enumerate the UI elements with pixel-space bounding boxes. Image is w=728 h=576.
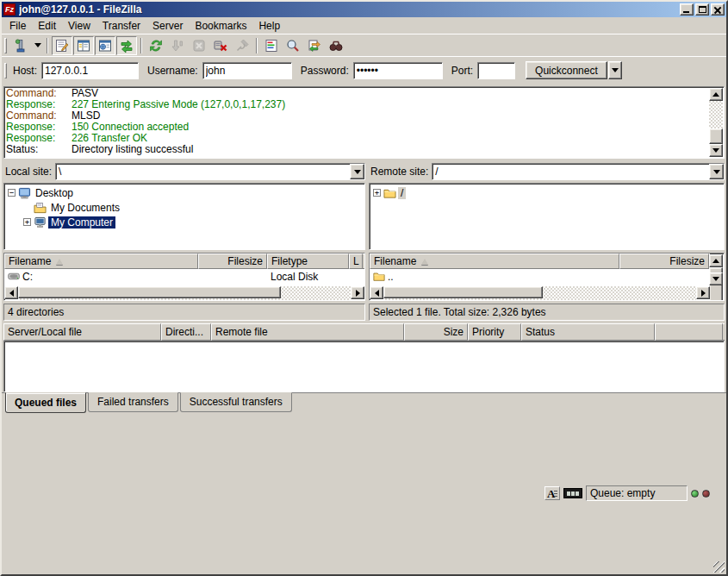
header-filler (363, 254, 364, 269)
remote-list-hscrollbar[interactable] (370, 286, 710, 300)
site-manager-dropdown[interactable] (32, 36, 43, 55)
scroll-down-icon[interactable] (709, 272, 723, 285)
tree-item-my-computer[interactable]: +My Computer (4, 215, 364, 229)
scroll-thumb[interactable] (383, 286, 543, 298)
quickconnect-grip[interactable] (4, 63, 7, 78)
column-label: Server/Local file (8, 326, 82, 338)
log-text: Directory listing successful (72, 144, 193, 155)
menu-view[interactable]: View (62, 18, 96, 34)
scroll-down-icon[interactable] (709, 144, 723, 157)
column-label: Filesize (227, 255, 263, 267)
toggle-remote-tree-icon (97, 38, 113, 53)
menu-help[interactable]: Help (252, 18, 286, 34)
minimize-button[interactable] (680, 3, 694, 16)
quickconnect-dropdown[interactable] (608, 61, 622, 79)
file-row-c[interactable]: C:Local Disk (4, 269, 364, 284)
menu-transfer[interactable]: Transfer (96, 18, 146, 34)
tree-expander-plus-icon[interactable]: + (373, 189, 381, 197)
queue-column-status[interactable]: Status (521, 323, 655, 341)
scroll-thumb[interactable] (709, 128, 723, 144)
toggle-remote-tree-button[interactable] (95, 36, 115, 55)
remote-list-vscrollbar[interactable] (709, 254, 723, 285)
column-header-filename[interactable]: Filename (4, 254, 198, 269)
scroll-up-icon[interactable] (709, 88, 723, 101)
menu-bookmarks[interactable]: Bookmarks (189, 18, 252, 34)
synchronized-browsing-button[interactable] (304, 36, 325, 55)
filename-text: C: (22, 271, 33, 283)
process-queue-button[interactable] (167, 36, 188, 55)
reconnect-button[interactable] (232, 36, 252, 55)
remote-combo-dropdown[interactable] (709, 164, 724, 179)
tab-queued-files[interactable]: Queued files (5, 392, 86, 413)
maximize-icon (699, 6, 706, 13)
column-header-filesize[interactable]: Filesize (198, 254, 267, 269)
scroll-thumb[interactable] (18, 286, 281, 298)
file-row-item[interactable]: .. (370, 269, 710, 284)
queue-column-item[interactable] (655, 323, 723, 341)
menu-file[interactable]: File (3, 18, 32, 34)
queue-column-server-local-file[interactable]: Server/Local file (3, 323, 161, 341)
message-log-scrollbar[interactable] (709, 88, 723, 157)
scroll-left-icon[interactable] (370, 286, 383, 299)
find-files-button[interactable] (326, 36, 346, 55)
activity-led-green-icon (691, 490, 699, 498)
queue-column-size[interactable]: Size (404, 323, 468, 341)
column-header-filename[interactable]: Filename (370, 254, 619, 269)
tree-item-item[interactable]: +/ (370, 185, 724, 200)
local-site-combobox[interactable]: \ (55, 163, 365, 180)
column-header-filetype[interactable]: Filetype (267, 254, 349, 269)
site-manager-button[interactable] (10, 36, 31, 55)
filename-cell: .. (370, 271, 619, 283)
local-list-hscrollbar[interactable] (4, 286, 364, 300)
menu-edit[interactable]: Edit (32, 18, 62, 34)
queue-column-directi[interactable]: Directi... (161, 323, 211, 341)
compare-directories-button[interactable] (283, 36, 303, 55)
tree-expander-minus-icon[interactable]: − (8, 189, 16, 197)
close-button[interactable] (711, 3, 725, 16)
password-input[interactable] (353, 62, 443, 79)
tree-item-my-documents[interactable]: My Documents (4, 200, 364, 215)
ascii-data-type-icon[interactable]: A (544, 486, 560, 500)
column-header-l[interactable]: L (349, 254, 363, 269)
directory-filters-button[interactable] (261, 36, 282, 55)
local-path: \ (56, 164, 350, 179)
username-input[interactable] (202, 62, 292, 79)
disconnect-button[interactable] (210, 36, 231, 55)
queue-column-remote-file[interactable]: Remote file (211, 323, 404, 341)
password-label: Password: (301, 65, 349, 77)
reconnect-icon (234, 38, 250, 53)
column-header-filesize[interactable]: Filesize (619, 254, 709, 269)
queue-status: Queue: empty (586, 485, 688, 501)
menu-server[interactable]: Server (146, 18, 189, 34)
local-combo-dropdown[interactable] (350, 164, 364, 179)
tab-successful-transfers[interactable]: Successful transfers (180, 392, 292, 412)
tree-item-desktop[interactable]: −Desktop (4, 185, 364, 200)
scroll-right-icon[interactable] (696, 286, 710, 299)
quickconnect-button[interactable]: Quickconnect (526, 61, 607, 79)
scroll-right-icon[interactable] (351, 286, 364, 299)
chevron-down-icon (354, 170, 361, 174)
queue-column-priority[interactable]: Priority (468, 323, 521, 341)
refresh-button[interactable] (146, 36, 166, 55)
cancel-operation-button[interactable] (189, 36, 209, 55)
port-input[interactable] (477, 62, 515, 79)
host-input[interactable] (41, 62, 139, 79)
site-manager-icon (13, 38, 28, 53)
port-label: Port: (451, 65, 473, 77)
folder-icon (373, 271, 388, 282)
resize-grip[interactable] (713, 561, 725, 573)
toggle-message-log-button[interactable] (52, 36, 72, 55)
tab-failed-transfers[interactable]: Failed transfers (88, 392, 178, 412)
toggle-local-tree-button[interactable] (73, 36, 94, 55)
scroll-left-icon[interactable] (4, 286, 18, 299)
toggle-queue-button[interactable] (116, 36, 137, 55)
toolbar-separator (140, 38, 142, 53)
remote-pane: Remote site: / +/ FilenameFilesize ..for… (369, 162, 725, 321)
remote-site-combobox[interactable]: / (432, 163, 725, 180)
remote-site-label: Remote site: (369, 166, 432, 178)
tree-expander-plus-icon[interactable]: + (23, 218, 31, 226)
maximize-button[interactable] (695, 3, 709, 16)
speed-limit-icon[interactable] (563, 488, 582, 498)
toolbar-grip[interactable] (4, 38, 7, 53)
scroll-up-icon[interactable] (709, 254, 723, 267)
